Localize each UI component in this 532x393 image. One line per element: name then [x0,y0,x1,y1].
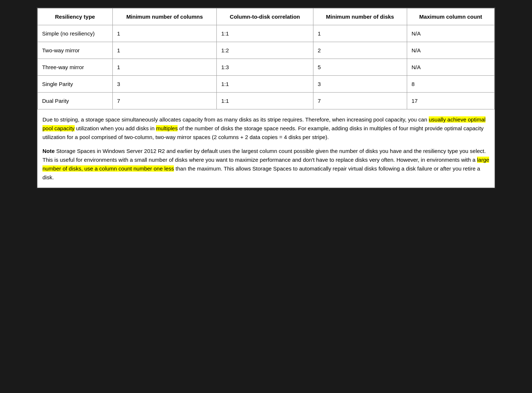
cell-max-column-count: 8 [407,76,494,93]
cell-min-columns: 7 [112,93,217,109]
cell-resiliency-type: Three-way mirror [38,59,113,76]
cell-correlation: 1:1 [217,93,313,109]
cell-correlation: 1:1 [217,76,313,93]
para1-text-after-highlight1: utilization when you add disks in [75,125,156,131]
para2-text-after-bold: Storage Spaces in Windows Server 2012 R2… [42,148,486,163]
cell-resiliency-type: Dual Parity [38,93,113,109]
col-header-correlation: Column-to-disk correlation [217,8,313,25]
col-header-min-columns: Minimum number of columns [112,8,217,25]
cell-resiliency-type: Simple (no resiliency) [38,25,113,42]
table-row: Simple (no resiliency)11:11N/A [38,25,495,42]
prose-section: Due to striping, a storage space simulta… [37,109,495,188]
cell-max-column-count: N/A [407,25,494,42]
cell-correlation: 1:2 [217,42,313,59]
cell-max-column-count: 17 [407,93,494,109]
cell-min-disks: 7 [313,93,407,109]
paragraph-1: Due to striping, a storage space simulta… [42,115,490,142]
cell-max-column-count: N/A [407,59,494,76]
cell-resiliency-type: Two-way mirror [38,42,113,59]
cell-max-column-count: N/A [407,42,494,59]
resiliency-table: Resiliency type Minimum number of column… [37,8,495,109]
main-container: Resiliency type Minimum number of column… [37,7,495,188]
note-bold: Note [42,148,55,154]
cell-min-columns: 3 [112,76,217,93]
col-header-min-disks: Minimum number of disks [313,8,407,25]
cell-correlation: 1:1 [217,25,313,42]
para1-highlight2: multiples [156,125,178,131]
cell-min-columns: 1 [112,42,217,59]
para1-text-before-highlight1: Due to striping, a storage space simulta… [42,116,429,123]
table-row: Two-way mirror11:22N/A [38,42,495,59]
cell-resiliency-type: Single Parity [38,76,113,93]
col-header-resiliency-type: Resiliency type [38,8,113,25]
cell-min-columns: 1 [112,25,217,42]
cell-min-disks: 1 [313,25,407,42]
cell-min-disks: 3 [313,76,407,93]
table-row: Dual Parity71:1717 [38,93,495,109]
table-row: Single Parity31:138 [38,76,495,93]
paragraph-2: Note Storage Spaces in Windows Server 20… [42,147,490,182]
col-header-max-column: Maximum column count [407,8,494,25]
cell-min-columns: 1 [112,59,217,76]
table-row: Three-way mirror11:35N/A [38,59,495,76]
cell-min-disks: 2 [313,42,407,59]
cell-correlation: 1:3 [217,59,313,76]
cell-min-disks: 5 [313,59,407,76]
